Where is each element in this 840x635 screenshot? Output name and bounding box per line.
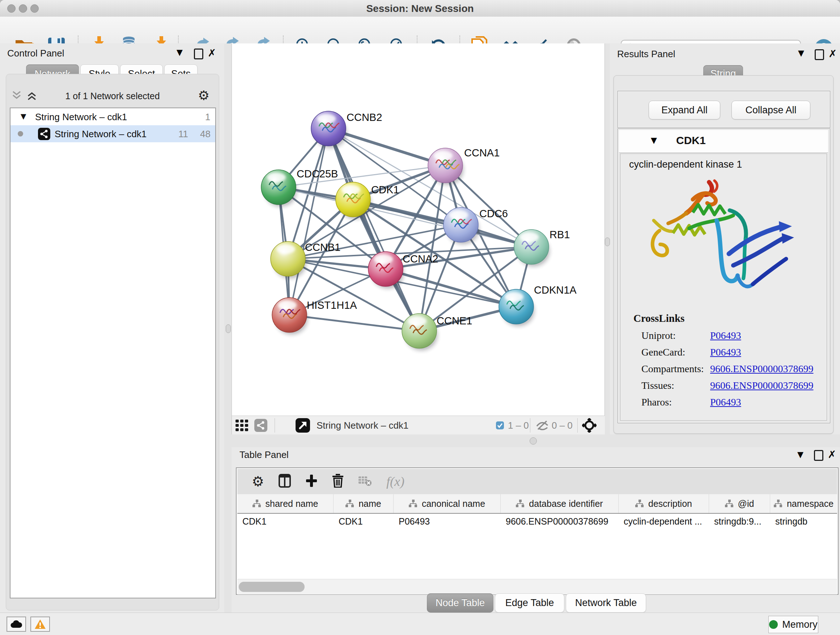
tab-network-table[interactable]: Network Table [566,593,646,613]
node-label: HIST1H1A [307,299,357,311]
delete-column-icon[interactable] [332,474,344,489]
tab-edge-table[interactable]: Edge Table [495,593,564,613]
float-panel-icon[interactable] [194,49,203,61]
network-options-gear-icon[interactable]: ⚙ [198,88,210,103]
crosslink-link[interactable]: P06493 [710,396,741,408]
network-row-selected[interactable]: String Network – cdk1 11 48 [11,125,215,142]
protein-node[interactable]: CCNE1 [402,314,472,350]
collapse-all-button[interactable]: Collapse All [731,101,810,119]
table-settings-gear-icon[interactable]: ⚙ [252,473,264,489]
crosslink-row: Uniprot:P06493 [621,330,827,347]
table-cell[interactable]: stringdb:9... [709,514,770,529]
memory-button[interactable]: Memory [768,616,818,633]
selected-count: 1 – 0 [508,420,529,431]
collapse-panel-icon[interactable]: ▼ [177,48,183,57]
node-label: CCNE1 [437,315,472,326]
close-panel-icon[interactable]: ✗ [829,48,837,60]
crosslinks-title: CrossLinks [633,312,684,325]
splitter-grip[interactable] [530,437,537,445]
node-label: CDC6 [479,208,508,219]
protein-node[interactable]: RB1 [514,229,570,266]
collapse-panel-icon[interactable]: ▼ [797,450,804,459]
table-cell[interactable]: CDK1 [237,514,333,529]
gene-header-row[interactable]: ▼ CDK1 [619,130,828,153]
column-header[interactable]: shared name [237,494,333,513]
birdseye-grid-icon[interactable] [235,420,250,432]
column-header[interactable]: canonical name [393,494,501,513]
node-label: CDKN1A [534,284,576,296]
network-nodes: CCNB2CCNA1CDC25BCDK1CDC6RB1CCNB1CCNA2CDK… [261,111,576,350]
table-horizontal-scrollbar[interactable] [237,579,837,594]
open-in-window-icon[interactable] [295,418,310,434]
add-column-icon[interactable] [305,474,317,489]
memory-status-dot [769,620,778,629]
column-header[interactable]: @id [709,494,770,513]
gene-description: cyclin-dependent kinase 1 [629,159,742,170]
selected-checkbox-icon[interactable] [496,421,504,431]
close-panel-icon[interactable]: ✗ [828,448,836,461]
tree-expand-icon[interactable]: ▼ [21,112,26,120]
column-header[interactable]: description [619,494,709,513]
protein-node[interactable]: HIST1H1A [272,298,357,334]
clear-table-icon-disabled [358,475,372,488]
table-cell[interactable]: P06493 [393,514,501,529]
table-row[interactable]: CDK1 CDK1 P06493 9606.ENSP00000378699 cy… [237,514,837,529]
crosslink-label: Uniprot: [641,330,676,341]
current-network-dot-icon [18,131,23,136]
scrollbar-thumb[interactable] [239,582,305,592]
toolbar-divider [275,418,275,432]
column-header[interactable]: database identifier [501,494,619,513]
node-label: CCNB1 [305,241,340,253]
column-header[interactable]: namespace [770,494,837,513]
node-label: CCNA2 [403,253,438,264]
collapse-panel-icon[interactable]: ▼ [798,49,804,57]
toolbar-divider [577,418,578,432]
protein-node[interactable]: CDC25B [261,168,338,207]
cloud-status-icon[interactable] [6,616,26,632]
expand-all-button[interactable]: Expand All [649,101,720,119]
crosslink-link[interactable]: P06493 [710,347,741,358]
crosslink-label: Compartments: [641,363,704,375]
table-toolbar: ⚙ f(x) [237,469,837,494]
crosslinks-list: Uniprot:P06493 GeneCard:P06493 Compartme… [621,330,827,413]
float-panel-icon[interactable] [815,49,824,62]
show-columns-icon[interactable] [279,474,291,489]
table-cell[interactable]: CDK1 [333,514,393,529]
hidden-eye-icon[interactable] [536,420,549,432]
crosslink-link[interactable]: P06493 [710,330,741,341]
network-collection-row[interactable]: ▼ String Network – cdk1 1 [11,108,215,125]
function-builder-icon-disabled: f(x) [386,474,404,489]
results-panel-title: Results Panel [617,49,675,60]
protein-node[interactable]: CDKN1A [499,284,576,326]
close-panel-icon[interactable]: ✗ [208,47,216,59]
network-view-title: String Network – cdk1 [317,420,409,431]
crosslink-link[interactable]: 9606.ENSP00000378699 [710,363,813,375]
splitter-grip[interactable] [226,325,231,333]
network-canvas[interactable]: CCNB2CCNA1CDC25BCDK1CDC6RB1CCNB1CCNA2CDK… [232,43,605,416]
hidden-count: 0 – 0 [552,420,573,431]
crosslink-row: GeneCard:P06493 [621,347,827,363]
gene-collapse-icon[interactable]: ▼ [651,136,657,145]
protein-node[interactable]: CCNB1 [271,241,340,279]
network-graph[interactable]: CCNB2CCNA1CDC25BCDK1CDC6RB1CCNB1CCNA2CDK… [232,43,605,415]
gene-name: CDK1 [676,134,706,147]
tab-node-table[interactable]: Node Table [427,593,493,613]
table-cell[interactable]: stringdb [770,514,837,529]
column-header[interactable]: name [333,494,393,513]
float-panel-icon[interactable] [814,450,823,462]
network-share-icon[interactable] [254,419,267,433]
crosslink-link[interactable]: 9606.ENSP00000378699 [710,380,813,391]
splitter-grip[interactable] [605,238,610,246]
warning-status-icon[interactable] [30,616,50,632]
network-collection-label: String Network – cdk1 [35,111,127,123]
crosslink-row: Compartments:9606.ENSP00000378699 [621,363,827,380]
table-cell[interactable]: cyclin-dependent ... [619,514,709,529]
control-panel-title: Control Panel [7,48,65,59]
gene-results-box: ▼ CDK1 cyclin-dependent kinase 1 [617,128,830,423]
network-selection-status: 1 of 1 Network selected [6,91,219,101]
collection-count: 1 [205,111,210,123]
network-node-count: 11 [178,128,188,140]
protein-node[interactable]: CCNA1 [428,147,500,185]
selection-mode-icon[interactable] [582,418,597,434]
table-cell[interactable]: 9606.ENSP00000378699 [501,514,619,529]
